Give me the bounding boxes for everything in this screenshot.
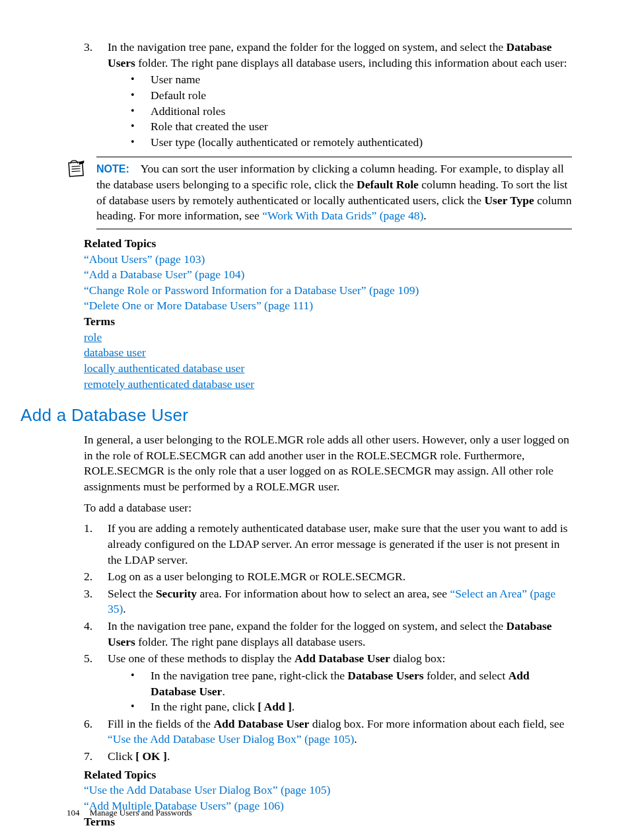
list-item-step-4: 4. In the navigation tree pane, expand t…	[84, 619, 572, 650]
section-body: In general, a user belonging to the ROLE…	[84, 432, 572, 515]
list-item: •User name	[131, 72, 572, 88]
text: In the navigation tree pane, expand the …	[108, 40, 507, 54]
text: Use one of these methods to display the	[108, 652, 295, 665]
step-number: 6.	[84, 716, 108, 747]
intro-para-2: To add a database user:	[84, 500, 572, 516]
step-body: In the navigation tree pane, expand the …	[108, 40, 572, 150]
step-body: Fill in the fields of the Add Database U…	[108, 716, 572, 747]
link-use-add-db-user-dialog[interactable]: “Use the Add Database User Dialog Box” (…	[84, 783, 330, 796]
bold-term: Add Database User	[295, 652, 390, 665]
bullet-icon: •	[131, 135, 151, 151]
link-about-users[interactable]: “About Users” (page 103)	[84, 252, 205, 266]
term-role[interactable]: role	[84, 330, 102, 344]
list-item: •User type (locally authenticated or rem…	[131, 135, 572, 151]
related-topics-2: Related Topics “Use the Add Database Use…	[84, 767, 572, 830]
list-item: • In the navigation tree pane, right-cli…	[131, 668, 572, 699]
bold-term: Default Role	[357, 178, 419, 191]
list-item-step-3: 3. In the navigation tree pane, expand t…	[84, 40, 572, 150]
terms-list: role database user locally authenticated…	[84, 330, 572, 393]
text: In the right pane, click	[151, 700, 258, 713]
step-number: 1.	[84, 521, 108, 568]
note-label: NOTE:	[96, 163, 129, 174]
term-locally-auth-user[interactable]: locally authenticated database user	[84, 362, 244, 375]
bold-term: User Type	[484, 194, 534, 207]
text: area. For information about how to selec…	[197, 587, 450, 600]
related-links: “About Users” (page 103) “Add a Database…	[84, 252, 572, 315]
bullet-icon: •	[131, 72, 151, 88]
bullet-icon: •	[131, 668, 151, 699]
terms-heading: Terms	[84, 314, 572, 330]
bullet-icon: •	[131, 119, 151, 135]
step-body: Select the Security area. For informatio…	[108, 586, 572, 617]
step-body: Click [ OK ].	[108, 749, 572, 765]
step5-bullets: • In the navigation tree pane, right-cli…	[108, 668, 572, 715]
bullet-icon: •	[131, 88, 151, 104]
bold-term: Add Database User	[213, 717, 309, 730]
section-title-add-database-user: Add a Database User	[20, 404, 572, 427]
list-item-step-2: 2. Log on as a user belonging to ROLE.MG…	[84, 569, 572, 585]
list-item-step-1: 1. If you are adding a remotely authenti…	[84, 521, 572, 568]
bold-term: Security	[156, 587, 197, 600]
text: .	[423, 209, 426, 222]
text: dialog box:	[390, 652, 446, 665]
text: .	[292, 700, 295, 713]
related-topics-heading: Related Topics	[84, 236, 572, 252]
text: .	[222, 685, 225, 698]
text: Click	[108, 749, 135, 763]
svg-line-3	[72, 171, 81, 172]
list-item: •Additional roles	[131, 104, 572, 120]
list-item: • In the right pane, click [ Add ].	[131, 699, 572, 715]
term-remotely-auth-user[interactable]: remotely authenticated database user	[84, 377, 254, 391]
text: In the navigation tree pane, expand the …	[108, 619, 507, 632]
bold-term: Database Users	[347, 669, 423, 682]
text: Select the	[108, 587, 156, 600]
list-item: •Default role	[131, 88, 572, 104]
related-topics-1: Related Topics “About Users” (page 103) …	[84, 236, 572, 392]
list-item: •Role that created the user	[131, 119, 572, 135]
list-item-step-3: 3. Select the Security area. For informa…	[84, 586, 572, 617]
link-delete-db-users[interactable]: “Delete One or More Database Users” (pag…	[84, 299, 313, 312]
bullet-icon: •	[131, 104, 151, 120]
step-number: 2.	[84, 569, 108, 585]
step-number: 3.	[84, 586, 108, 617]
bullet-text: Role that created the user	[151, 119, 572, 135]
text: .	[167, 749, 170, 763]
note-icon	[67, 157, 96, 183]
page-number: 104	[67, 808, 80, 818]
list-item-step-5: 5. Use one of these methods to display t…	[84, 651, 572, 715]
list-item-step-6: 6. Fill in the fields of the Add Databas…	[84, 716, 572, 747]
term-database-user[interactable]: database user	[84, 346, 146, 359]
bullet-text: User name	[151, 72, 572, 88]
bullet-text: In the navigation tree pane, right-click…	[151, 668, 572, 699]
bullet-text: Additional roles	[151, 104, 572, 120]
list-item-step-7: 7. Click [ OK ].	[84, 749, 572, 765]
text: folder. The right pane displays all data…	[135, 56, 567, 69]
intro-para-1: In general, a user belonging to the ROLE…	[84, 432, 572, 495]
bold-term: [ Add ]	[258, 700, 292, 713]
text: .	[354, 732, 357, 745]
step-number: 5.	[84, 651, 108, 715]
text: folder, and select	[424, 669, 508, 682]
svg-line-2	[72, 169, 81, 169]
step-number: 3.	[84, 40, 108, 150]
add-user-steps: 1. If you are adding a remotely authenti…	[84, 521, 572, 764]
related-topics-heading: Related Topics	[84, 767, 572, 783]
step-3-block: 3. In the navigation tree pane, expand t…	[84, 40, 572, 150]
bullet-text: User type (locally authenticated or remo…	[151, 135, 572, 151]
link-add-db-user[interactable]: “Add a Database User” (page 104)	[84, 268, 244, 281]
note-content: NOTE: You can sort the user information …	[96, 157, 572, 229]
text: dialog box. For more information about e…	[309, 717, 564, 730]
link-change-role-password[interactable]: “Change Role or Password Information for…	[84, 284, 419, 297]
bullet-text: In the right pane, click [ Add ].	[151, 699, 572, 715]
step-body: If you are adding a remotely authenticat…	[108, 521, 572, 568]
step-body: Use one of these methods to display the …	[108, 651, 572, 715]
step-body: Log on as a user belonging to ROLE.MGR o…	[108, 569, 572, 585]
chapter-title: Manage Users and Passwords	[90, 808, 192, 818]
text: Fill in the fields of the	[108, 717, 213, 730]
link-work-with-data-grids[interactable]: “Work With Data Grids” (page 48)	[262, 209, 423, 222]
text: folder. The right pane displays all data…	[135, 635, 366, 648]
note-box: NOTE: You can sort the user information …	[67, 157, 572, 229]
step-body: In the navigation tree pane, expand the …	[108, 619, 572, 650]
bold-term: [ OK ]	[135, 749, 167, 763]
link-use-add-db-user-dialog[interactable]: “Use the Add Database User Dialog Box” (…	[108, 732, 354, 745]
